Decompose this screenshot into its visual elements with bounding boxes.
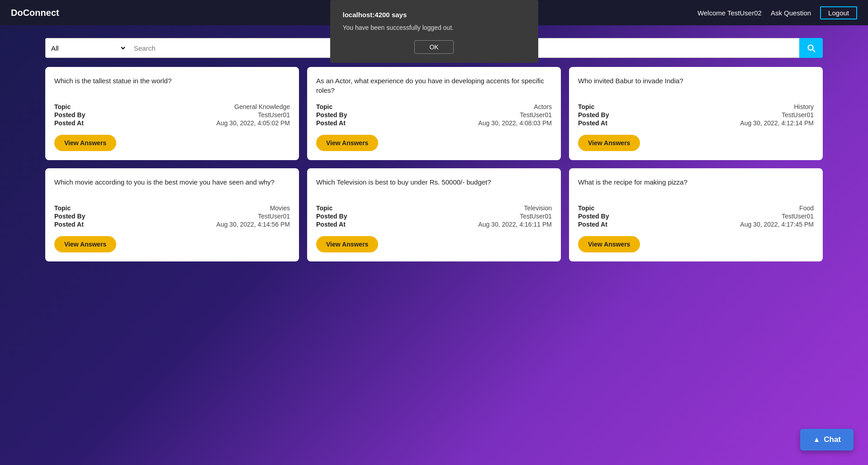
modal-box: localhost:4200 says You have been succes…: [330, 0, 538, 63]
modal-title: localhost:4200 says: [343, 11, 526, 19]
modal-message: You have been successfully logged out.: [343, 24, 526, 31]
modal-overlay: localhost:4200 says You have been succes…: [0, 0, 868, 465]
modal-ok-button[interactable]: OK: [414, 40, 453, 54]
